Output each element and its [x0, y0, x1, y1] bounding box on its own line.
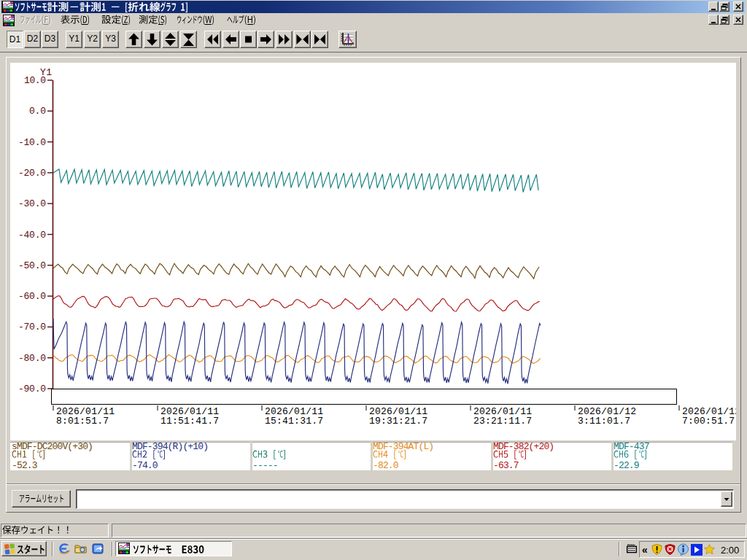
svg-text:0.0: 0.0 — [29, 106, 46, 117]
svg-text:-10.0: -10.0 — [18, 137, 46, 148]
svg-text:-80.0: -80.0 — [18, 353, 46, 364]
svg-text:-90.0: -90.0 — [18, 384, 46, 394]
svg-text:-40.0: -40.0 — [18, 230, 46, 241]
svg-text:8:01:51.7: 8:01:51.7 — [56, 416, 109, 427]
svg-text:23:21:11.7: 23:21:11.7 — [473, 416, 532, 427]
svg-text:-60.0: -60.0 — [18, 291, 46, 302]
svg-text:-20.0: -20.0 — [18, 168, 46, 179]
svg-text:19:31:21.7: 19:31:21.7 — [369, 416, 427, 427]
svg-text:15:41:31.7: 15:41:31.7 — [265, 416, 323, 427]
svg-text:-70.0: -70.0 — [18, 322, 46, 332]
svg-text:-50.0: -50.0 — [18, 260, 46, 271]
svg-text:3:11:01.7: 3:11:01.7 — [578, 416, 630, 427]
svg-text:7:00:51.7: 7:00:51.7 — [682, 416, 735, 427]
svg-text:11:51:41.7: 11:51:41.7 — [160, 416, 219, 427]
svg-text:Y1: Y1 — [40, 67, 52, 78]
svg-text:-30.0: -30.0 — [18, 198, 46, 209]
